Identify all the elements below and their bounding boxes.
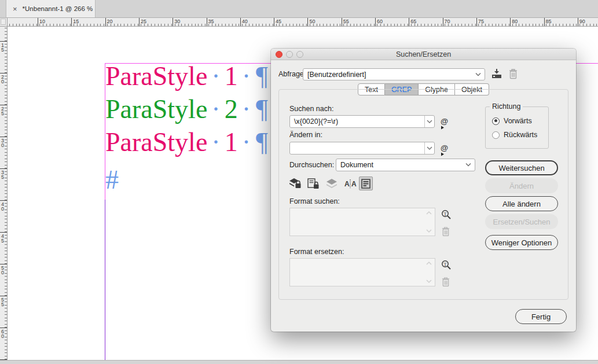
include-locked-layers-toggle[interactable] [288,177,302,190]
chevron-down-icon [426,280,432,284]
paragraph-line-3[interactable]: ParaStyle·1·¶ [105,126,268,159]
change-all-button[interactable]: Alle ändern [485,196,558,211]
direction-forward-option[interactable]: Vorwärts [492,117,532,125]
text-frame[interactable]: ParaStyle·1·¶ ParaStyle·2·¶ ParaStyle·1·… [105,60,268,159]
at-symbol: @ [441,117,448,126]
change-input[interactable] [289,142,435,155]
svg-text:A: A [344,180,350,188]
paragraph-line-2[interactable]: ParaStyle·2·¶ [105,93,268,126]
find-special-chars-button[interactable]: @ [441,117,448,130]
format-find-box[interactable] [289,208,435,236]
ruler-label: 55 [1,297,4,307]
direction-group: Richtung Vorwärts Rückwärts [485,106,549,149]
specify-find-format-button[interactable]: T [441,209,452,220]
format-magnifier-icon: T [441,209,452,220]
find-change-dialog: Suchen/Ersetzen Abfrage: [Benutzerdefini… [271,49,576,332]
ruler-origin-icon [1,19,6,25]
ruler-label: 20 [1,75,4,84]
window-bottom-edge [0,360,598,364]
fewer-options-button[interactable]: Weniger Optionen [485,235,558,250]
paragraph-text: ParaStyle [105,94,207,124]
flyout-triangle-icon [441,152,444,156]
ruler-label: 90 [579,19,585,24]
ruler-label: 45 [1,234,4,243]
query-value: [Benutzerdefiniert] [307,69,366,80]
ruler-label: 15 [1,43,4,52]
svg-text:A: A [351,180,357,188]
space-marker: · [211,94,220,124]
locked-layers-icon [289,178,302,189]
done-button[interactable]: Fertig [515,309,567,324]
ruler-label: 55 [343,19,349,24]
ruler-label: 30 [174,19,180,24]
direction-forward-label: Vorwärts [504,117,532,125]
delete-query-button [508,68,518,79]
dialog-titlebar[interactable]: Suchen/Ersetzen [271,49,576,60]
direction-backward-label: Rückwärts [504,131,537,139]
paragraph-text: ParaStyle [105,61,207,91]
ruler-label: 35 [1,170,4,179]
zoom-window-button[interactable] [296,51,303,58]
ruler-label: 20 [107,19,113,24]
scope-dropdown[interactable]: Dokument [336,159,475,171]
close-window-button[interactable] [276,51,283,58]
paragraph-text: ParaStyle [105,127,207,157]
clear-change-format-button [441,276,450,288]
find-input[interactable]: \x{0020}(?=\r) [289,115,435,128]
ruler-label: 70 [445,19,450,24]
vertical-ruler[interactable]: 15202530354045505560 [0,27,8,364]
chevron-down-icon [427,146,432,150]
pilcrow-marker: ¶ [256,61,268,91]
query-label: Abfrage: [278,70,306,78]
change-special-chars-button[interactable]: @ [441,144,448,156]
include-footnotes-toggle[interactable] [359,177,373,190]
ruler-label: 75 [478,19,484,24]
include-master-pages-toggle[interactable]: A A [343,177,357,190]
find-next-button[interactable]: Weitersuchen [485,160,558,175]
find-history-button[interactable] [424,116,434,127]
left-column-guide [105,200,105,360]
ruler-label: 45 [276,19,281,24]
pilcrow-marker: ¶ [256,94,268,124]
radio-selected-icon[interactable] [492,117,500,125]
space-marker: · [242,94,251,124]
format-find-label: Format suchen: [289,197,340,205]
paragraph-line-1[interactable]: ParaStyle·1·¶ [105,60,268,93]
include-locked-stories-toggle[interactable] [306,177,320,190]
save-query-button[interactable] [490,68,503,79]
query-dropdown[interactable]: [Benutzerdefiniert] [303,68,485,80]
scope-value: Dokument [340,159,373,171]
change-find-button: Ersetzen/Suchen [485,214,558,229]
horizontal-ruler[interactable]: 1015202530354045505560657075808590 [8,18,598,27]
ruler-label: 40 [242,19,248,24]
space-marker: · [211,127,220,157]
master-pages-icon: A A [344,179,357,189]
ruler-label: 10 [39,19,45,24]
ruler-label: 35 [208,19,214,24]
space-marker: · [242,61,251,91]
format-magnifier-icon: T [441,260,452,270]
locked-stories-icon [307,178,320,189]
change-history-button[interactable] [424,142,434,154]
svg-text:T: T [443,211,447,217]
footnotes-icon [361,179,370,189]
scope-label: Durchsuchen: [289,161,334,169]
minimize-window-button[interactable] [286,51,293,58]
ruler-label: 65 [410,19,416,24]
direction-legend: Richtung [490,102,523,111]
ruler-label: 30 [1,138,4,148]
document-tab[interactable]: × *Unbenannt-1 @ 266 % [6,0,96,17]
direction-backward-option[interactable]: Rückwärts [492,131,537,139]
include-hidden-layers-toggle[interactable] [325,177,339,190]
close-tab-icon[interactable]: × [13,5,17,13]
flyout-triangle-icon [441,126,444,130]
specify-change-format-button[interactable]: T [441,259,452,271]
end-of-story-marker: # [105,167,119,193]
radio-unselected-icon[interactable] [492,131,500,139]
format-change-box[interactable] [289,258,435,286]
find-label: Suchen nach: [289,105,333,113]
ruler-label: 25 [141,19,146,24]
pilcrow-marker: ¶ [256,127,268,157]
ruler-origin-corner[interactable] [0,18,8,27]
ruler-label: 80 [512,19,518,24]
